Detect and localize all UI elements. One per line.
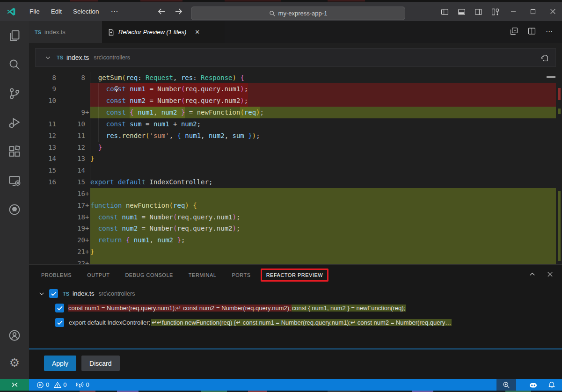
menu-edit[interactable]: Edit — [45, 8, 67, 15]
close-panel-icon[interactable] — [547, 271, 554, 278]
command-center-search[interactable]: my-express-app-1 — [191, 7, 405, 20]
ts-file-icon: TS — [35, 29, 41, 35]
explorer-icon[interactable] — [0, 21, 29, 50]
change-description: export default IndexController;↵↵functio… — [68, 319, 562, 326]
overview-ruler-added-mark — [558, 109, 561, 114]
go-forward-icon[interactable] — [174, 7, 183, 16]
split-editor-icon[interactable] — [528, 27, 536, 36]
panel-separator — [29, 348, 562, 349]
editor-actions: ⋯ — [510, 27, 553, 36]
panel-tab-ports[interactable]: PORTS — [232, 272, 250, 278]
accounts-icon[interactable] — [0, 322, 29, 349]
lightbulb-icon[interactable] — [112, 83, 121, 95]
customize-layout-icon[interactable] — [491, 8, 499, 16]
refactor-change-row[interactable]: export default IndexController;↵↵functio… — [29, 315, 562, 330]
change-checkbox[interactable] — [55, 304, 64, 312]
code-line[interactable]: 10 const num2 = Number(req.query.num2);– — [29, 95, 556, 107]
minimize-icon[interactable] — [504, 2, 523, 21]
ports-count: 0 — [86, 381, 89, 388]
status-bar-right — [496, 379, 561, 391]
close-window-icon[interactable] — [543, 2, 562, 21]
change-description: const num1 = Number(req.query.num1);↵ co… — [68, 305, 562, 312]
remote-indicator[interactable] — [0, 379, 29, 391]
source-control-icon[interactable] — [0, 79, 29, 108]
code-line[interactable]: 88 getSum(req: Request, res: Response) { — [29, 72, 556, 84]
status-bar: 0 0 0 — [0, 379, 562, 391]
code-line[interactable]: 9+ const { num1, num2 } = newFunction(re… — [29, 107, 556, 118]
layout-controls — [441, 8, 499, 16]
chevron-down-icon[interactable] — [45, 55, 51, 61]
tree-file-path: src\controllers — [99, 290, 135, 297]
tab-refactor-preview[interactable]: Refactor Preview (1 files) ✕ — [102, 21, 225, 43]
search-sidebar-icon[interactable] — [0, 50, 29, 79]
toggle-panel-icon[interactable] — [458, 8, 466, 16]
refactor-file-row[interactable]: TS index.ts src\controllers — [29, 286, 562, 301]
more-actions-icon[interactable]: ⋯ — [546, 27, 553, 36]
extensions-icon[interactable] — [0, 137, 29, 166]
maximize-panel-icon[interactable] — [529, 271, 536, 278]
ports-broadcast-icon — [76, 381, 84, 389]
go-back-icon[interactable] — [157, 7, 166, 16]
chevron-down-icon[interactable] — [38, 290, 45, 297]
warnings-count: 0 — [63, 381, 66, 388]
open-changes-icon[interactable] — [510, 27, 518, 36]
code-line[interactable]: 1312 } — [29, 142, 556, 153]
refactor-change-row[interactable]: const num1 = Number(req.query.num1);↵ co… — [29, 301, 562, 315]
code-line[interactable]: 16+ — [29, 188, 556, 200]
code-rows: 88 getSum(req: Request, res: Response) {… — [29, 68, 556, 264]
settings-gear-icon[interactable]: ⚙ — [0, 349, 29, 376]
panel-tab-terminal[interactable]: TERMINAL — [189, 272, 217, 278]
menu-file[interactable]: File — [24, 8, 45, 15]
toggle-secondary-sidebar-icon[interactable] — [474, 8, 482, 16]
code-line[interactable]: 1615export default IndexController; — [29, 176, 556, 188]
tab-label: Refactor Preview (1 files) — [118, 29, 186, 36]
refactor-buttons: Apply Discard — [44, 356, 120, 371]
github-icon[interactable] — [0, 195, 29, 224]
tree-change-rows: const num1 = Number(req.query.num1);↵ co… — [29, 301, 562, 330]
diff-file-header[interactable]: TS index.ts src\controllers — [35, 48, 556, 67]
maximize-icon[interactable] — [523, 2, 543, 21]
run-debug-icon[interactable] — [0, 108, 29, 137]
menu-selection[interactable]: Selection — [67, 8, 105, 15]
errors-count: 0 — [46, 381, 49, 388]
notifications-bell-icon[interactable] — [542, 379, 561, 391]
panel-tabs: PROBLEMSOUTPUTDEBUG CONSOLETERMINALPORTS… — [29, 265, 562, 285]
panel-tab-refactor-preview[interactable]: REFACTOR PREVIEW — [266, 272, 323, 278]
code-line[interactable]: 1413} — [29, 153, 556, 165]
scrollbar-cursor-mark[interactable] — [547, 76, 555, 78]
overview-ruler-deleted-mark — [558, 88, 561, 100]
code-line[interactable]: 1211 res.render('sum', { num1, num2, sum… — [29, 130, 556, 142]
apply-button[interactable]: Apply — [44, 356, 76, 371]
discard-button[interactable]: Discard — [81, 356, 119, 371]
panel-tab-output[interactable]: OUTPUT — [87, 272, 109, 278]
code-line[interactable]: 19+ const num2 = Number(req.query.num2); — [29, 223, 556, 234]
annotation-red-box — [261, 269, 328, 282]
change-checkbox[interactable] — [55, 318, 64, 327]
panel-tab-debug-console[interactable]: DEBUG CONSOLE — [125, 272, 173, 278]
menu-bar: FileEditSelection — [24, 8, 105, 15]
panel-tab-problems[interactable]: PROBLEMS — [41, 272, 72, 278]
problems-status[interactable]: 0 0 — [36, 381, 66, 389]
more-menus-icon[interactable]: ⋯ — [105, 7, 125, 16]
open-file-icon[interactable] — [540, 53, 549, 62]
code-line[interactable]: 17+function newFunction(req) { — [29, 200, 556, 211]
ports-status[interactable]: 0 — [76, 381, 89, 389]
code-line[interactable]: 21+} — [29, 246, 556, 258]
title-bar: FileEditSelection ⋯ my-express-app-1 — [0, 2, 562, 21]
close-tab-icon[interactable]: ✕ — [195, 29, 200, 36]
toggle-sidebar-icon[interactable] — [441, 8, 449, 16]
remote-explorer-icon[interactable] — [0, 166, 29, 195]
code-line[interactable]: 22+ — [29, 258, 556, 264]
errors-icon — [36, 381, 44, 389]
code-line[interactable]: 20+ return { num1, num2 }; — [29, 234, 556, 246]
nav-arrows — [157, 7, 183, 16]
code-line[interactable]: 1110 const sum = num1 + num2; — [29, 118, 556, 130]
copilot-icon[interactable] — [524, 379, 542, 391]
zoom-indicator[interactable] — [496, 379, 516, 391]
code-line[interactable]: 18+ const num1 = Number(req.query.num1); — [29, 211, 556, 223]
file-checkbox[interactable] — [49, 289, 58, 298]
search-icon — [269, 10, 276, 17]
code-line[interactable]: 1514 — [29, 165, 556, 176]
tab-index-ts[interactable]: TS index.ts — [29, 21, 102, 43]
code-line[interactable]: 9 const num1 = Number(req.query.num1); — [29, 83, 556, 95]
